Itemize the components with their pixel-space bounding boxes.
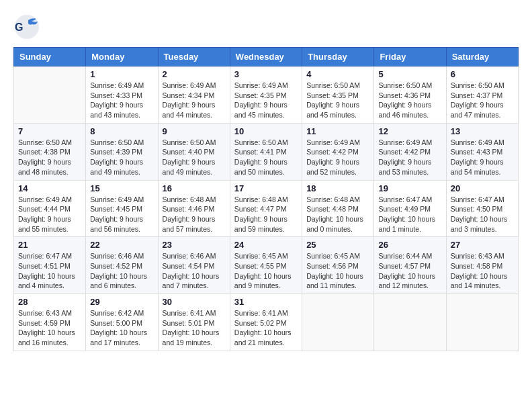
calendar-cell: 13Sunrise: 6:49 AMSunset: 4:43 PMDayligh… <box>446 123 518 180</box>
weekday-header-saturday: Saturday <box>446 48 518 66</box>
logo-icon: G <box>13 13 40 40</box>
day-number: 19 <box>378 183 441 193</box>
day-number: 6 <box>451 69 514 79</box>
day-number: 3 <box>234 69 298 79</box>
calendar-cell: 29Sunrise: 6:42 AMSunset: 5:00 PMDayligh… <box>86 294 158 351</box>
day-info: Sunrise: 6:48 AMSunset: 4:48 PMDaylight:… <box>306 195 369 234</box>
day-info: Sunrise: 6:43 AMSunset: 4:59 PMDaylight:… <box>18 308 81 348</box>
calendar-week-row: 14Sunrise: 6:49 AMSunset: 4:44 PMDayligh… <box>14 180 519 237</box>
day-number: 4 <box>306 69 369 79</box>
calendar-cell <box>446 294 518 351</box>
calendar-cell: 2Sunrise: 6:49 AMSunset: 4:34 PMDaylight… <box>158 66 230 124</box>
svg-text:G: G <box>15 21 23 33</box>
day-info: Sunrise: 6:42 AMSunset: 5:00 PMDaylight:… <box>90 308 153 348</box>
calendar-cell: 11Sunrise: 6:49 AMSunset: 4:42 PMDayligh… <box>302 123 374 180</box>
day-number: 2 <box>163 69 226 79</box>
day-number: 13 <box>451 126 514 136</box>
calendar-cell: 17Sunrise: 6:48 AMSunset: 4:47 PMDayligh… <box>230 180 302 237</box>
calendar-cell: 9Sunrise: 6:50 AMSunset: 4:40 PMDaylight… <box>158 123 230 180</box>
weekday-header-tuesday: Tuesday <box>158 48 230 66</box>
day-info: Sunrise: 6:47 AMSunset: 4:51 PMDaylight:… <box>18 251 81 291</box>
day-number: 22 <box>90 240 153 250</box>
day-info: Sunrise: 6:50 AMSunset: 4:35 PMDaylight:… <box>306 81 369 120</box>
calendar-cell: 3Sunrise: 6:49 AMSunset: 4:35 PMDaylight… <box>230 66 302 124</box>
calendar-cell: 28Sunrise: 6:43 AMSunset: 4:59 PMDayligh… <box>14 294 86 351</box>
day-info: Sunrise: 6:50 AMSunset: 4:40 PMDaylight:… <box>163 138 226 177</box>
day-number: 25 <box>306 240 369 250</box>
calendar-week-row: 1Sunrise: 6:49 AMSunset: 4:33 PMDaylight… <box>14 66 519 124</box>
day-info: Sunrise: 6:49 AMSunset: 4:34 PMDaylight:… <box>163 81 226 120</box>
day-number: 27 <box>451 240 514 250</box>
calendar-cell: 5Sunrise: 6:50 AMSunset: 4:36 PMDaylight… <box>374 66 446 124</box>
calendar-table: SundayMondayTuesdayWednesdayThursdayFrid… <box>13 47 519 351</box>
calendar-cell: 10Sunrise: 6:50 AMSunset: 4:41 PMDayligh… <box>230 123 302 180</box>
day-number: 24 <box>234 240 298 250</box>
day-info: Sunrise: 6:50 AMSunset: 4:37 PMDaylight:… <box>451 81 514 120</box>
day-info: Sunrise: 6:49 AMSunset: 4:42 PMDaylight:… <box>306 138 369 177</box>
day-number: 30 <box>163 297 226 307</box>
calendar-cell: 4Sunrise: 6:50 AMSunset: 4:35 PMDaylight… <box>302 66 374 124</box>
day-info: Sunrise: 6:49 AMSunset: 4:42 PMDaylight:… <box>378 138 441 177</box>
day-info: Sunrise: 6:46 AMSunset: 4:52 PMDaylight:… <box>90 251 153 291</box>
day-number: 9 <box>163 126 226 136</box>
day-number: 14 <box>18 183 81 193</box>
day-number: 23 <box>163 240 226 250</box>
calendar-cell <box>14 66 86 124</box>
day-number: 11 <box>306 126 369 136</box>
calendar-cell: 16Sunrise: 6:48 AMSunset: 4:46 PMDayligh… <box>158 180 230 237</box>
day-number: 16 <box>163 183 226 193</box>
day-info: Sunrise: 6:45 AMSunset: 4:55 PMDaylight:… <box>234 251 298 291</box>
calendar-cell: 22Sunrise: 6:46 AMSunset: 4:52 PMDayligh… <box>86 237 158 294</box>
day-info: Sunrise: 6:41 AMSunset: 5:02 PMDaylight:… <box>234 308 298 348</box>
day-info: Sunrise: 6:49 AMSunset: 4:43 PMDaylight:… <box>451 138 514 177</box>
calendar-cell <box>302 294 374 351</box>
page-header: G <box>13 13 519 40</box>
day-number: 10 <box>234 126 298 136</box>
day-number: 28 <box>18 297 81 307</box>
day-number: 26 <box>378 240 441 250</box>
calendar-week-row: 21Sunrise: 6:47 AMSunset: 4:51 PMDayligh… <box>14 237 519 294</box>
calendar-cell: 27Sunrise: 6:43 AMSunset: 4:58 PMDayligh… <box>446 237 518 294</box>
calendar-cell: 15Sunrise: 6:49 AMSunset: 4:45 PMDayligh… <box>86 180 158 237</box>
calendar-cell: 7Sunrise: 6:50 AMSunset: 4:38 PMDaylight… <box>14 123 86 180</box>
calendar-cell: 12Sunrise: 6:49 AMSunset: 4:42 PMDayligh… <box>374 123 446 180</box>
day-info: Sunrise: 6:48 AMSunset: 4:46 PMDaylight:… <box>163 195 226 234</box>
day-info: Sunrise: 6:49 AMSunset: 4:35 PMDaylight:… <box>234 81 298 120</box>
calendar-cell: 1Sunrise: 6:49 AMSunset: 4:33 PMDaylight… <box>86 66 158 124</box>
logo: G <box>13 13 43 40</box>
day-number: 1 <box>90 69 153 79</box>
day-info: Sunrise: 6:50 AMSunset: 4:38 PMDaylight:… <box>18 138 81 177</box>
calendar-cell: 6Sunrise: 6:50 AMSunset: 4:37 PMDaylight… <box>446 66 518 124</box>
day-number: 15 <box>90 183 153 193</box>
day-number: 18 <box>306 183 369 193</box>
day-info: Sunrise: 6:46 AMSunset: 4:54 PMDaylight:… <box>163 251 226 291</box>
day-info: Sunrise: 6:48 AMSunset: 4:47 PMDaylight:… <box>234 195 298 234</box>
weekday-header-monday: Monday <box>86 48 158 66</box>
day-info: Sunrise: 6:44 AMSunset: 4:57 PMDaylight:… <box>378 251 441 291</box>
weekday-header-thursday: Thursday <box>302 48 374 66</box>
calendar-week-row: 28Sunrise: 6:43 AMSunset: 4:59 PMDayligh… <box>14 294 519 351</box>
day-number: 7 <box>18 126 81 136</box>
day-info: Sunrise: 6:50 AMSunset: 4:36 PMDaylight:… <box>378 81 441 120</box>
day-number: 12 <box>378 126 441 136</box>
calendar-cell: 19Sunrise: 6:47 AMSunset: 4:49 PMDayligh… <box>374 180 446 237</box>
weekday-header-sunday: Sunday <box>14 48 86 66</box>
day-info: Sunrise: 6:49 AMSunset: 4:44 PMDaylight:… <box>18 195 81 234</box>
calendar-cell: 18Sunrise: 6:48 AMSunset: 4:48 PMDayligh… <box>302 180 374 237</box>
day-info: Sunrise: 6:49 AMSunset: 4:45 PMDaylight:… <box>90 195 153 234</box>
day-number: 20 <box>451 183 514 193</box>
calendar-cell: 8Sunrise: 6:50 AMSunset: 4:39 PMDaylight… <box>86 123 158 180</box>
day-number: 8 <box>90 126 153 136</box>
day-info: Sunrise: 6:41 AMSunset: 5:01 PMDaylight:… <box>163 308 226 348</box>
day-number: 17 <box>234 183 298 193</box>
day-number: 5 <box>378 69 441 79</box>
day-info: Sunrise: 6:43 AMSunset: 4:58 PMDaylight:… <box>451 251 514 291</box>
day-info: Sunrise: 6:45 AMSunset: 4:56 PMDaylight:… <box>306 251 369 291</box>
day-info: Sunrise: 6:47 AMSunset: 4:50 PMDaylight:… <box>451 195 514 234</box>
calendar-cell: 21Sunrise: 6:47 AMSunset: 4:51 PMDayligh… <box>14 237 86 294</box>
day-number: 31 <box>234 297 298 307</box>
calendar-cell: 31Sunrise: 6:41 AMSunset: 5:02 PMDayligh… <box>230 294 302 351</box>
day-info: Sunrise: 6:49 AMSunset: 4:33 PMDaylight:… <box>90 81 153 120</box>
calendar-week-row: 7Sunrise: 6:50 AMSunset: 4:38 PMDaylight… <box>14 123 519 180</box>
day-info: Sunrise: 6:50 AMSunset: 4:39 PMDaylight:… <box>90 138 153 177</box>
